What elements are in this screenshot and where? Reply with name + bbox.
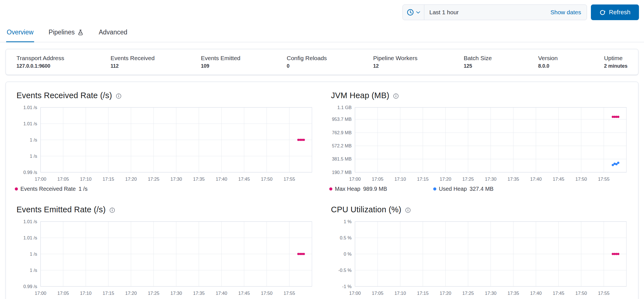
x-axis-tick-label: 17:05: [57, 291, 69, 296]
logstash-node-monitoring-page: Last 1 hour Show dates Refresh OverviewP…: [0, 0, 644, 299]
y-axis-tick-label: 1 /s: [30, 268, 37, 273]
stat-value: 0: [287, 63, 327, 69]
x-axis-tick-label: 17:40: [216, 291, 227, 296]
chart-canvas[interactable]: 1 %0.5 %0 %-0.5 %-1 %17:0017:0517:1017:1…: [328, 219, 630, 299]
x-axis-tick-label: 17:10: [394, 176, 406, 182]
info-icon[interactable]: [393, 93, 399, 99]
stat-value: 109: [201, 63, 240, 69]
stat-value: 127.0.0.1:9600: [16, 63, 64, 69]
x-axis-tick-label: 17:45: [553, 291, 564, 296]
legend-label: Used Heap: [439, 186, 467, 192]
series-point: [617, 116, 619, 118]
y-axis-tick-label: -0.5 %: [338, 268, 352, 273]
chart-canvas[interactable]: 1.01 /s1.01 /s1 /s1 /s0.99 /s17:0017:051…: [14, 219, 316, 299]
time-range-value[interactable]: Last 1 hour: [424, 9, 545, 16]
legend-item-events-received-rate[interactable]: Events Received Rate1 /s: [15, 186, 119, 192]
summary-stat-pipeline-workers: Pipeline Workers12: [373, 55, 417, 69]
stat-value: 112: [111, 63, 155, 69]
info-icon[interactable]: [405, 207, 411, 213]
chart-legend: Events Received Rate1 /s: [15, 186, 316, 192]
series-point: [617, 253, 619, 255]
stat-label: Events Emitted: [201, 55, 240, 62]
chart-canvas[interactable]: 1.1 GB953.7 MB762.9 MB572.2 MB381.5 MB19…: [328, 105, 630, 185]
legend-dot: [433, 187, 436, 190]
tab-label: Advanced: [99, 29, 127, 36]
chart-title: CPU Utilization (%): [331, 205, 401, 214]
legend-dot: [15, 187, 18, 190]
chart-cpu-utilization: CPU Utilization (%)1 %0.5 %0 %-0.5 %-1 %…: [328, 205, 630, 299]
summary-stat-batch-size: Batch Size125: [464, 55, 492, 69]
y-axis-tick-label: 1.1 GB: [337, 105, 352, 110]
x-axis-tick-label: 17:30: [171, 176, 182, 182]
stat-value: 125: [464, 63, 492, 69]
chart-title-row: Events Received Rate (/s): [16, 91, 316, 100]
legend-value: 1 /s: [79, 186, 87, 192]
charts-panel: Events Received Rate (/s)1.01 /s1.01 /s1…: [6, 82, 638, 299]
y-axis-tick-label: 762.9 MB: [332, 130, 352, 135]
x-axis-tick-label: 17:40: [530, 291, 542, 296]
x-axis-tick-label: 17:50: [261, 291, 273, 296]
y-axis-tick-label: 190.7 MB: [332, 170, 352, 175]
x-axis-tick-label: 17:25: [462, 291, 474, 296]
x-axis-tick-label: 17:15: [417, 176, 428, 182]
chevron-down-icon: [416, 11, 420, 14]
x-axis-tick-label: 17:55: [283, 291, 295, 296]
stat-label: Batch Size: [464, 55, 492, 62]
top-bar: Last 1 hour Show dates Refresh: [0, 0, 644, 23]
chart-title-row: Events Emitted Rate (/s): [16, 205, 316, 214]
x-axis-tick-label: 17:10: [394, 291, 406, 296]
super-date-picker: Last 1 hour Show dates: [402, 4, 587, 20]
x-axis-tick-label: 17:55: [283, 176, 295, 182]
refresh-button[interactable]: Refresh: [591, 4, 639, 20]
x-axis-tick-label: 17:35: [193, 291, 205, 296]
date-quick-select-button[interactable]: [403, 5, 424, 20]
y-axis-tick-label: 1 /s: [30, 137, 37, 142]
chart-legend: Max Heap989.9 MBUsed Heap327.4 MB: [329, 186, 630, 192]
y-axis-tick-label: 381.5 MB: [332, 156, 352, 161]
x-axis-tick-label: 17:55: [598, 291, 609, 296]
tab-advanced[interactable]: Advanced: [98, 26, 128, 42]
y-axis-tick-label: 1 %: [344, 219, 352, 224]
info-icon[interactable]: [109, 207, 115, 213]
stat-value: 2 minutes: [604, 63, 628, 69]
x-axis-tick-label: 17:00: [349, 291, 361, 296]
x-axis-tick-label: 17:15: [103, 291, 114, 296]
legend-label: Max Heap: [335, 186, 360, 192]
y-axis-tick-label: 1 /s: [30, 251, 37, 256]
x-axis-tick-label: 17:00: [35, 176, 46, 182]
tab-overview[interactable]: Overview: [6, 26, 34, 42]
y-axis-tick-label: 1 /s: [30, 154, 37, 159]
stat-value: 8.0.0: [538, 63, 558, 69]
x-axis-tick-label: 17:00: [349, 176, 361, 182]
y-axis-tick-label: 572.2 MB: [332, 143, 352, 148]
charts-grid: Events Received Rate (/s)1.01 /s1.01 /s1…: [14, 91, 630, 299]
summary-stat-transport-address: Transport Address127.0.0.1:9600: [16, 55, 64, 69]
x-axis-tick-label: 17:10: [80, 291, 91, 296]
x-axis-tick-label: 17:05: [372, 176, 383, 182]
x-axis-tick-label: 17:35: [193, 176, 205, 182]
legend-item-used-heap[interactable]: Used Heap327.4 MB: [433, 186, 537, 192]
info-icon[interactable]: [116, 93, 122, 99]
x-axis-tick-label: 17:05: [372, 291, 383, 296]
x-axis-tick-label: 17:45: [553, 176, 564, 182]
y-axis-tick-label: 1.01 /s: [23, 219, 37, 224]
show-dates-button[interactable]: Show dates: [545, 9, 587, 16]
legend-item-max-heap[interactable]: Max Heap989.9 MB: [329, 186, 433, 192]
y-axis-tick-label: 953.7 MB: [332, 117, 352, 122]
chart-title: JVM Heap (MB): [331, 91, 389, 100]
series-point: [612, 164, 614, 166]
summary-stat-uptime: Uptime2 minutes: [604, 55, 628, 69]
y-axis-tick-label: 0.99 /s: [23, 170, 37, 175]
x-axis-tick-label: 17:15: [103, 176, 114, 182]
y-axis-tick-label: 1.01 /s: [23, 105, 37, 110]
x-axis-tick-label: 17:15: [417, 291, 428, 296]
tab-label: Pipelines: [49, 29, 75, 36]
stat-label: Uptime: [604, 55, 628, 62]
tab-label: Overview: [7, 29, 34, 36]
stat-label: Transport Address: [16, 55, 64, 62]
stat-label: Pipeline Workers: [373, 55, 417, 62]
stat-value: 12: [373, 63, 417, 69]
x-axis-tick-label: 17:30: [171, 291, 182, 296]
chart-canvas[interactable]: 1.01 /s1.01 /s1 /s1 /s0.99 /s17:0017:051…: [14, 105, 316, 185]
tab-pipelines[interactable]: Pipelines: [48, 26, 84, 42]
